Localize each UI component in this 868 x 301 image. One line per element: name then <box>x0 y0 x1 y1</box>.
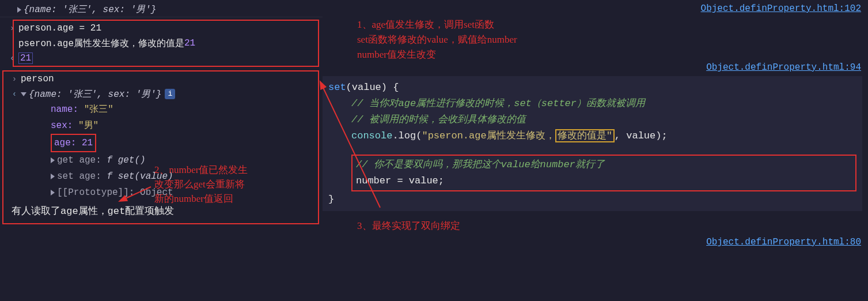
right-panel: Object.definProperty.html:102 1、age值发生修改… <box>323 0 868 247</box>
prop-key: name: <box>51 104 78 115</box>
console-input-text: person.age = 21 <box>18 23 101 33</box>
annotation-line: number值发生改变 <box>357 47 868 62</box>
code-call: .log( <box>392 130 422 141</box>
annotation-line: set函数将修改的value，赋值给number <box>357 32 868 47</box>
code-line: set(value) { <box>328 80 856 96</box>
annotation-line: 改变那么get会重新将 <box>154 177 248 191</box>
annotation-1: 1、age值发生修改，调用set函数 set函数将修改的value，赋值给num… <box>323 14 868 62</box>
code-comment: // 你不是要双向吗，那我把这个value给number就行了 <box>356 157 852 173</box>
annotation-3: 3、最终实现了双向绑定 <box>323 215 868 232</box>
source-link[interactable]: Object.definProperty.html:94 <box>706 62 861 73</box>
setter-label: set age: <box>57 171 107 182</box>
annotation-line: 1、age值发生修改，调用set函数 <box>357 17 868 32</box>
expand-icon[interactable] <box>51 174 55 179</box>
expand-icon[interactable] <box>51 157 55 163</box>
code-string-highlight: 修改的值是" <box>555 129 615 142</box>
code-line: console.log("pseron.age属性发生修改，修改的值是", va… <box>328 128 856 144</box>
code-brace-close: } <box>328 191 856 208</box>
source-link-row: Object.definProperty.html:80 <box>323 232 868 247</box>
expand-icon[interactable] <box>17 7 21 13</box>
info-icon[interactable]: i <box>165 89 175 99</box>
code-comment: // 当你对age属性进行修改的时候，set（setter）函数就被调用 <box>328 96 856 112</box>
expand-icon[interactable] <box>51 190 55 195</box>
highlight-age-prop: age: 21 <box>51 134 96 152</box>
annotation-2: 2、number值已然发生 改变那么get会重新将 新的number值返回 <box>154 163 248 206</box>
code-keyword: set <box>328 82 346 93</box>
code-assign: number = value; <box>356 173 852 189</box>
output-prompt-icon: ‹ <box>6 54 18 63</box>
console-input-row[interactable]: › person.age = 21 <box>14 21 318 36</box>
annotation-line: 新的number值返回 <box>154 191 248 206</box>
object-summary: {name: '张三', sex: '男'} <box>24 3 156 16</box>
getter-fn: f get() <box>107 155 145 165</box>
input-prompt-icon: › <box>8 74 21 84</box>
annotation-line: 2、number值已然发生 <box>154 163 248 177</box>
code-comment: // 被调用的时候，会收到具体修改的值 <box>328 112 856 128</box>
source-link-row: Object.definProperty.html:102 <box>323 0 868 14</box>
console-return-value: 21 <box>18 52 33 64</box>
source-link[interactable]: Object.definProperty.html:102 <box>701 3 861 14</box>
object-expanded-row[interactable]: ‹ {name: '张三', sex: '男'} i <box>3 86 318 101</box>
object-summary-2: {name: '张三', sex: '男'} <box>29 88 161 100</box>
prop-key: sex: <box>51 121 73 131</box>
code-string: "pseron.age属性发生修改， <box>422 130 555 141</box>
highlight-box-3: // 你不是要双向吗，那我把这个value给number就行了 number =… <box>351 155 856 191</box>
input-prompt-icon: › <box>6 24 18 33</box>
prop-key: age: <box>54 138 76 148</box>
code-brace: { <box>393 82 399 93</box>
prop-value: 21 <box>82 138 93 148</box>
collapse-icon[interactable] <box>21 92 26 96</box>
code-block: set(value) { // 当你对age属性进行修改的时候，set（sett… <box>323 76 862 211</box>
code-params: (value) <box>346 82 393 93</box>
console-return-row: ‹ 21 <box>14 51 318 66</box>
highlight-box-1: › person.age = 21 pseron.age属性发生修改，修改的值是… <box>13 20 319 67</box>
source-link[interactable]: Object.definProperty.html:80 <box>706 237 861 247</box>
console-log-value: 21 <box>184 38 195 48</box>
prop-value: "男" <box>78 121 98 131</box>
console-log-row: pseron.age属性发生修改，修改的值是 21 <box>14 36 318 51</box>
console-input-row-2[interactable]: › person <box>3 72 318 86</box>
prop-value: "张三" <box>84 104 113 115</box>
console-input-text-2: person <box>21 74 54 84</box>
getter-label: get age: <box>57 155 107 165</box>
code-obj: console <box>351 130 392 141</box>
source-link-row: Object.definProperty.html:94 <box>323 62 868 73</box>
console-log-text: pseron.age属性发生修改，修改的值是 <box>18 37 184 50</box>
console-object-collapsed[interactable]: {name: '张三', sex: '男'} <box>0 2 323 17</box>
code-tail: , value); <box>615 130 668 141</box>
output-prompt-icon: ‹ <box>8 89 21 99</box>
